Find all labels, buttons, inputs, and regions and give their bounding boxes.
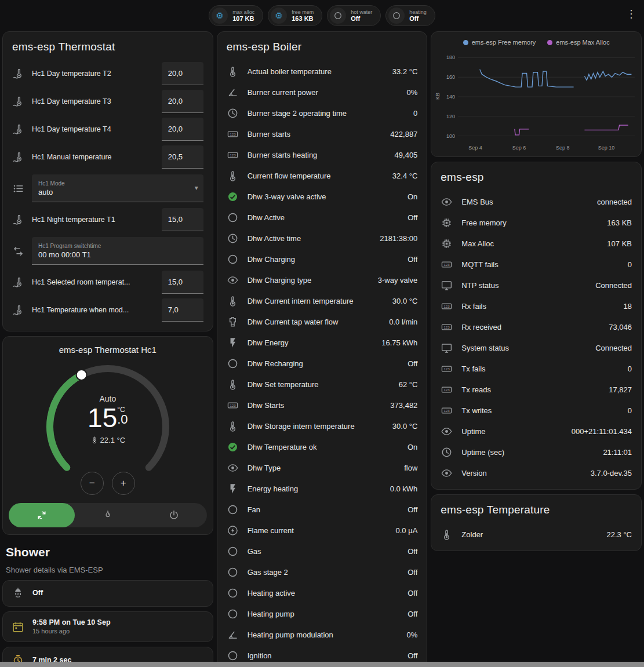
chart: KB 100120140160180Sep 4Sep 6Sep 8Sep 10 (435, 48, 638, 155)
thermometer-icon (227, 170, 239, 182)
entity-row[interactable]: Actual boiler temperature 33.2 °C (227, 61, 418, 82)
number-input[interactable]: 15,0 (162, 271, 203, 294)
dashboard: max alloc 107 KB free mem 163 KB hot wat… (0, 0, 644, 667)
circle-icon (227, 566, 239, 578)
entity-row: Hc1 Manual temperature 20,5 (12, 143, 203, 171)
temp-decrease-button[interactable]: − (81, 472, 104, 495)
thermostat-dial[interactable]: Auto 15 °C .0 22.1 °C (38, 357, 177, 496)
clock-icon (227, 232, 239, 245)
entity-name: Heating pump (248, 610, 399, 618)
hvac-mode-button[interactable] (141, 503, 207, 527)
flame-icon (102, 509, 114, 521)
entity-row[interactable]: Free memory 163 KB (441, 212, 632, 233)
legend-item[interactable]: ems-esp Max Alloc (547, 39, 609, 46)
entity-name: Ignition (248, 651, 399, 660)
entity-row[interactable]: Dhw 3-way valve active On (227, 186, 418, 207)
entity-row[interactable]: Current flow temperature 32.4 °C (227, 165, 418, 186)
entity-row[interactable]: Dhw Charging type 3-way valve (227, 269, 418, 290)
entity-row[interactable]: Gas Off (227, 541, 418, 562)
hvac-mode-button[interactable] (75, 503, 141, 527)
entity-row[interactable]: 123 Dhw Starts 373,482 (227, 395, 418, 415)
entity-row[interactable]: Dhw Recharging Off (227, 353, 418, 374)
entity-row[interactable]: 123 MQTT fails 0 (441, 254, 632, 275)
entity-value: 2181:38:00 (380, 234, 417, 243)
entity-row[interactable]: Heating pump Off (227, 603, 418, 624)
entity-value: 18 (624, 302, 632, 311)
check-circle-icon (227, 441, 239, 453)
entity-row[interactable]: Fan Off (227, 499, 418, 520)
legend-item[interactable]: ems-esp Free memory (463, 39, 536, 46)
entity-value: 30.0 °C (392, 422, 418, 431)
entity-row[interactable]: Version 3.7.0-dev.35 (441, 462, 632, 483)
number-input[interactable]: 15,0 (162, 208, 203, 231)
entity-row[interactable]: Dhw Set temperature 62 °C (227, 374, 418, 395)
entity-row[interactable]: Heating active Off (227, 582, 418, 603)
entity-row[interactable]: Max Alloc 107 KB (441, 233, 632, 254)
entity-row[interactable]: 123 Rx received 73,046 (441, 316, 632, 337)
entity-row[interactable]: 123 Tx writes 0 (441, 400, 632, 421)
entity-row[interactable]: 123 Rx fails 18 (441, 296, 632, 316)
entity-row[interactable]: Dhw Energy 16.75 kWh (227, 332, 418, 353)
entity-value: 0% (407, 88, 418, 97)
svg-text:100: 100 (446, 133, 455, 139)
entity-row[interactable]: Zolder 22.3 °C (441, 524, 632, 545)
flash-circle-icon (227, 524, 239, 537)
counter-icon: 123 (441, 258, 453, 271)
badge-label: free mem (292, 9, 314, 15)
chevron-down-icon: ▾ (195, 184, 198, 192)
entity-row[interactable]: System status Connected (441, 337, 632, 358)
thermometer-water-icon (12, 96, 24, 108)
entity-row[interactable]: Dhw Current intern temperature 30.0 °C (227, 290, 418, 311)
entity-row[interactable]: Uptime 000+21:11:01.434 (441, 421, 632, 442)
entity-row[interactable]: Gas stage 2 Off (227, 562, 418, 582)
entity-row[interactable]: 123 Burner starts 422,887 (227, 123, 418, 144)
entity-row[interactable]: Dhw Storage intern temperature 30.0 °C (227, 415, 418, 436)
thermometer-water-icon (12, 276, 24, 289)
svg-text:120: 120 (446, 114, 455, 119)
shower-subvalue: 15 hours ago (32, 628, 111, 636)
badge-value: Off (351, 15, 372, 23)
entity-value: Connected (595, 281, 632, 290)
entity-row[interactable]: Burner current power 0% (227, 82, 418, 103)
entity-row[interactable]: Dhw Type flow (227, 457, 418, 478)
entity-row[interactable]: NTP status Connected (441, 275, 632, 296)
entity-name: Gas (248, 547, 399, 556)
shower-card[interactable]: 9:58 PM on Tue 10 Sep 15 hours ago (2, 611, 213, 642)
entity-value: 73,046 (609, 323, 632, 331)
entity-row[interactable]: EMS Bus connected (441, 191, 632, 212)
text-input[interactable]: Hc1 Program switchtime 00 mo 00:00 T1 (32, 237, 203, 265)
entity-row[interactable]: Uptime (sec) 21:11:01 (441, 442, 632, 462)
hvac-mode-button[interactable] (9, 503, 75, 527)
entity-row[interactable]: Dhw Current tap water flow 0.0 l/min (227, 311, 418, 332)
entity-row[interactable]: 123 Burner starts heating 49,405 (227, 144, 418, 165)
thermostat-settings-card: ems-esp Thermostat Hc1 Day temperature T… (2, 31, 213, 331)
entity-value: Off (407, 213, 417, 222)
entity-row[interactable]: 123 Tx reads 17,827 (441, 379, 632, 400)
horizontal-scrollbar[interactable] (0, 662, 644, 667)
number-input[interactable]: 20,0 (162, 62, 203, 85)
status-badge[interactable]: max alloc 107 KB (209, 5, 263, 26)
number-input[interactable]: 20,0 (162, 118, 203, 141)
status-badge[interactable]: heating Off (385, 5, 435, 26)
shower-card[interactable]: Off (2, 580, 213, 607)
number-input[interactable]: 7,0 (162, 298, 203, 322)
entity-row[interactable]: Dhw Temperature ok On (227, 436, 418, 457)
mode-select[interactable]: Hc1 Mode auto ▾ (32, 174, 203, 202)
entity-name: Dhw Temperature ok (248, 443, 399, 451)
entity-row[interactable]: Heating pump modulation 0% (227, 624, 418, 645)
entity-row[interactable]: Burner stage 2 operating time 0 (227, 103, 418, 123)
eye-icon (227, 274, 239, 286)
entity-value: Off (407, 610, 417, 618)
entity-row[interactable]: 123 Tx fails 0 (441, 358, 632, 379)
entity-row[interactable]: Dhw Active time 2181:38:00 (227, 228, 418, 249)
number-input[interactable]: 20,0 (162, 90, 203, 113)
status-badge[interactable]: hot water Off (327, 5, 381, 26)
entity-row[interactable]: Energy heating 0.0 kWh (227, 478, 418, 499)
entity-row[interactable]: Flame current 0.0 µA (227, 520, 418, 541)
entity-row[interactable]: Dhw Charging Off (227, 249, 418, 269)
circle-icon (227, 587, 239, 599)
entity-row[interactable]: Dhw Active Off (227, 207, 418, 228)
status-badge[interactable]: free mem 163 KB (268, 5, 322, 26)
temp-increase-button[interactable]: + (112, 472, 135, 495)
number-input[interactable]: 20,5 (162, 145, 203, 169)
